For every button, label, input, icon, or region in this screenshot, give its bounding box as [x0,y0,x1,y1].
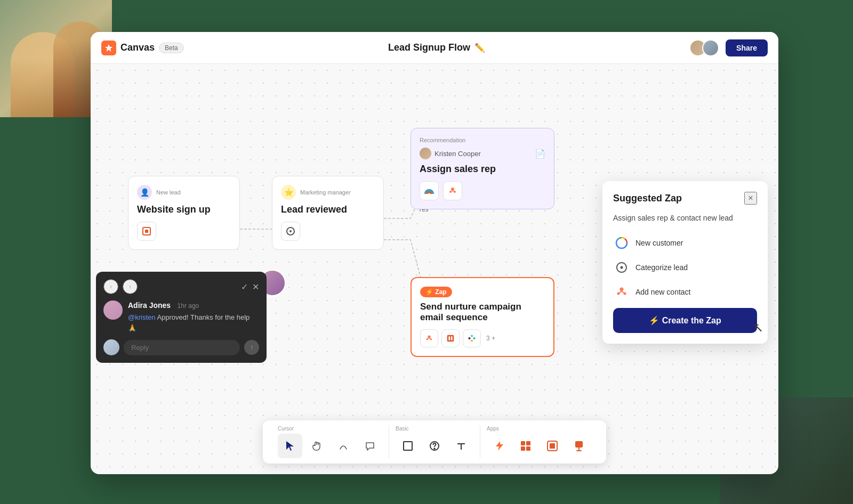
comment-user-name: Adira Jones [128,301,171,310]
svg-point-24 [620,287,624,291]
reply-input[interactable] [124,340,240,355]
tool-square-app[interactable] [540,434,565,458]
zap-box[interactable]: ⚡ Zap Send nurture campaign email sequen… [411,277,554,357]
tool-comment[interactable] [358,434,382,458]
node-app-icon-gpt [281,222,300,241]
toolbar-basic-tools [396,434,473,458]
svg-rect-37 [550,443,555,449]
toolbar-cursor-tools [278,434,382,458]
rec-app-icon-hubspot[interactable] [443,181,462,200]
node-icon-yellow: ⭐ [281,185,296,200]
avatar-2 [702,39,719,56]
tool-hand[interactable] [304,434,329,458]
rec-app-icon-rainbow[interactable] [420,181,439,200]
node-header: 👤 New lead [137,185,231,200]
avatar-group [689,39,719,56]
canvas-logo: Canvas Beta [101,40,184,55]
step-icon-2 [613,259,630,276]
comment-text: @kristen Approved! Thanks for the help 🙏 [128,312,259,333]
tool-question[interactable] [422,434,447,458]
rec-user-name: Kristen Cooper [434,150,481,158]
create-zap-button[interactable]: ⚡ Create the Zap [613,308,757,333]
node-lead-reviewed[interactable]: ⭐ Marketing manager Lead reviewed [272,176,384,250]
comment-user-info: Adira Jones 1hr ago @kristen Approved! T… [128,300,259,333]
check-icon[interactable]: ✓ [241,282,248,292]
rec-user: Kristen Cooper [420,148,481,159]
recommendation-label: Recommendation [420,137,545,143]
zap-app-icon-hubspot[interactable] [420,329,438,347]
svg-point-23 [621,266,623,269]
toolbar-cursor-label: Cursor [278,426,294,432]
recommendation-box[interactable]: Recommendation Kristen Cooper 📄 Assign s… [411,128,554,209]
zap-app-icon-slack[interactable] [463,329,481,347]
panel-close-button[interactable]: × [744,192,757,205]
rec-icons [420,181,545,200]
tool-grid-apps[interactable] [513,434,538,458]
svg-rect-20 [471,335,473,337]
canvas-header: Canvas Beta Lead Signup Flow ✏️ Share [91,32,778,64]
zap-icons: 3 + [420,329,545,347]
svg-rect-21 [473,337,476,339]
more-count: 3 + [486,335,495,342]
reply-area: ↑ [103,339,259,355]
zapier-logo-icon [101,40,116,55]
zap-step-1: New customer [613,234,757,251]
reply-avatar [103,339,119,355]
tool-pin[interactable] [567,434,591,458]
header-right: Share [689,39,768,56]
svg-rect-33 [526,441,530,445]
node-app-icon-square [137,222,156,241]
node-label-newlead: New lead [156,189,181,196]
reply-send-button[interactable]: ↑ [244,340,259,355]
comment-mention: @kristen [128,313,156,321]
svg-rect-4 [145,230,148,233]
svg-rect-18 [451,336,453,340]
node-title-signup: Website sign up [137,204,231,215]
canvas-window: Canvas Beta Lead Signup Flow ✏️ Share [91,32,778,474]
toolbar-apps-tools [487,434,591,458]
node-header-lead: ⭐ Marketing manager [281,185,375,200]
comment-time: 1hr ago [178,302,199,310]
svg-rect-16 [447,335,454,342]
zap-badge-text: ⚡ Zap [425,288,447,296]
svg-point-31 [434,448,435,449]
nav-next-button[interactable]: › [123,279,138,294]
header-title-area: Lead Signup Flow ✏️ [192,42,681,53]
rec-header: Kristen Cooper 📄 [420,148,545,159]
zap-step-2: Categorize lead [613,259,757,276]
rec-user-avatar [420,148,431,159]
beta-badge: Beta [159,43,184,53]
svg-rect-19 [469,337,471,339]
node-website-signup[interactable]: 👤 New lead Website sign up [128,176,240,250]
comment-user-row: Adira Jones 1hr ago @kristen Approved! T… [103,300,259,333]
tool-text[interactable] [449,434,473,458]
share-button[interactable]: Share [726,39,768,56]
svg-point-11 [428,336,430,338]
step-label-1: New customer [635,239,683,247]
tool-path[interactable] [331,434,356,458]
nav-prev-button[interactable]: ‹ [103,279,118,294]
comment-panel: ‹ › ✓ ✕ Adira Jones 1hr ago @kristen App… [96,272,267,363]
flow-title: Lead Signup Flow [388,42,470,53]
edit-icon[interactable]: ✏️ [474,43,485,53]
step-icon-1 [613,234,630,251]
svg-rect-34 [521,446,525,451]
canvas-area[interactable]: Yes No 👤 New lead Website sign up ⭐ Mark… [91,64,778,474]
svg-rect-17 [448,336,450,340]
tool-rectangle[interactable] [396,434,420,458]
rec-title: Assign sales rep [420,164,545,175]
zap-title: Send nurture campaign email sequence [420,302,545,323]
svg-rect-38 [575,441,583,448]
zap-badge: ⚡ Zap [420,287,452,297]
tool-cursor-arrow[interactable] [278,434,302,458]
tool-lightning[interactable] [487,434,511,458]
zap-app-icon-2[interactable] [441,329,460,347]
app-name: Canvas [120,42,155,53]
node-icon-purple: 👤 [137,185,152,200]
comment-close-icon[interactable]: ✕ [252,282,259,292]
step-icon-3 [613,283,630,300]
toolbar-basic-label: Basic [396,426,408,432]
rec-doc-icon: 📄 [535,149,545,159]
node-title-lead: Lead reviewed [281,204,375,215]
comment-user-avatar [103,300,123,320]
